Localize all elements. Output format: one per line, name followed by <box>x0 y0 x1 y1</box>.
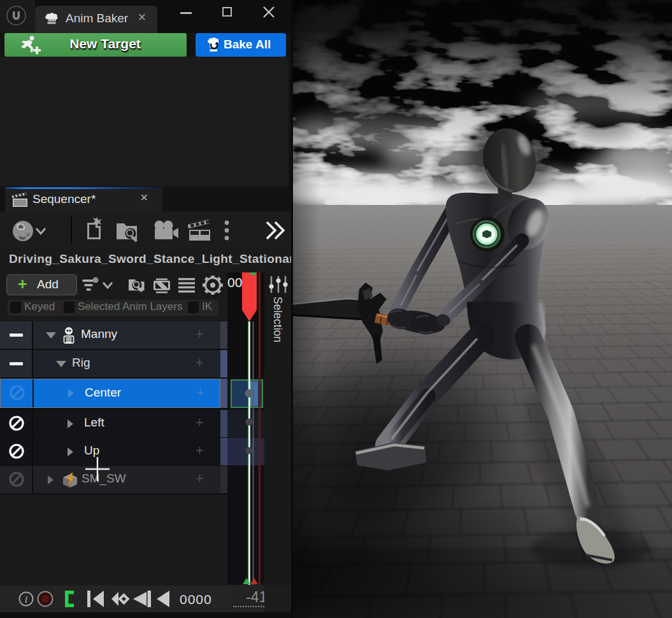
svg-text:00: 00 <box>227 275 242 290</box>
svg-text:i: i <box>25 594 28 605</box>
